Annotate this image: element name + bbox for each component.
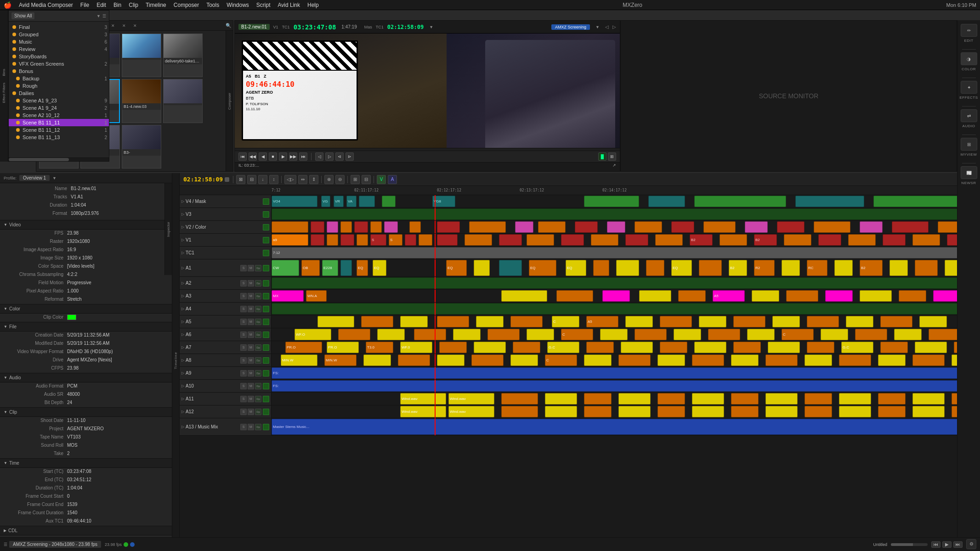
- clip-seg-2-8[interactable]: [437, 221, 460, 233]
- clip-seg-15-2[interactable]: [501, 393, 538, 405]
- bin-item-scene-b1-11_13[interactable]: Scene B1 11_132: [9, 134, 109, 141]
- track-enable-btn-10[interactable]: [263, 332, 269, 338]
- bin-item-review[interactable]: Review4: [9, 45, 109, 53]
- clip-seg-5-3[interactable]: [340, 260, 352, 276]
- clip-seg-5-15[interactable]: [699, 260, 722, 276]
- clip-seg-8-0[interactable]: [272, 303, 961, 315]
- menu-script[interactable]: Script: [256, 2, 271, 8]
- clip-seg-12-2[interactable]: [363, 354, 391, 366]
- clip-seg-14-0[interactable]: FS:: [272, 380, 961, 392]
- clip-seg-11-12[interactable]: [733, 342, 761, 353]
- menu-composer[interactable]: Composer: [174, 2, 199, 8]
- clip-seg-5-1[interactable]: OB: [301, 260, 320, 276]
- clip-seg-11-13[interactable]: [768, 342, 800, 353]
- clip-seg-11-2[interactable]: T3.0: [366, 342, 393, 353]
- clip-seg-11-7[interactable]: G.C: [547, 342, 579, 353]
- status-nav-icon[interactable]: ☰: [4, 542, 7, 547]
- status-play-btn[interactable]: ▶: [942, 541, 952, 548]
- clip-seg-2-12[interactable]: [575, 221, 598, 233]
- clip-seg-3-14[interactable]: [591, 234, 618, 246]
- clip-seg-3-7[interactable]: [405, 234, 416, 246]
- clip-seg-12-0[interactable]: MIN.W: [281, 354, 317, 366]
- clip-seg-11-14[interactable]: [807, 342, 834, 353]
- tl-find-btn[interactable]: ⊟: [362, 175, 371, 184]
- monitor-settings-btn[interactable]: ⊞: [608, 152, 616, 161]
- bin-item-music[interactable]: Music6: [9, 38, 109, 45]
- bin-close-6[interactable]: ✕: [133, 23, 137, 28]
- clip-seg-10-7[interactable]: C: [561, 329, 593, 340]
- track-btn-S-9[interactable]: S: [240, 319, 247, 325]
- track-btn-S-7[interactable]: S: [240, 293, 247, 299]
- track-btn-M-17[interactable]: M: [248, 424, 254, 430]
- menu-edit[interactable]: Edit: [96, 2, 106, 8]
- clip-seg-12-4[interactable]: [437, 354, 465, 366]
- clip-seg-3-2[interactable]: [327, 234, 338, 246]
- bin-item-scene-a2-10_12[interactable]: Scene A2 10_121: [9, 112, 109, 119]
- track-dp-btn-9[interactable]: Dp: [255, 319, 261, 325]
- clip-seg-5-0[interactable]: CW: [272, 260, 299, 276]
- clip-seg-2-1[interactable]: [311, 221, 324, 233]
- clip-seg-3-1[interactable]: [311, 234, 324, 246]
- track-btn-M-11[interactable]: M: [248, 344, 254, 351]
- clip-seg-2-2[interactable]: [327, 221, 338, 233]
- track-btn-S-12[interactable]: S: [240, 357, 247, 364]
- tool-newsr-btn[interactable]: 📰: [961, 166, 977, 179]
- clip-seg-7-5[interactable]: [639, 290, 671, 302]
- clip-seg-2-10[interactable]: [515, 221, 533, 233]
- track-arrow-0[interactable]: ▷: [181, 199, 184, 203]
- track-arrow-13[interactable]: ▷: [181, 371, 184, 375]
- clip-seg-10-3[interactable]: [414, 329, 446, 340]
- bin-item-vfx-green-screens[interactable]: VFX Green Screens2: [9, 60, 109, 67]
- clip-seg-0-11[interactable]: [873, 196, 964, 207]
- inspector-cdl-section[interactable]: ▶ CDL: [0, 526, 172, 535]
- track-enable-btn-13[interactable]: [263, 370, 269, 377]
- menu-windows[interactable]: Windows: [227, 2, 249, 8]
- clip-seg-7-9[interactable]: [786, 290, 818, 302]
- clip-seg-12-13[interactable]: [765, 354, 798, 366]
- bin-item-dailies[interactable]: Dailies: [9, 90, 109, 97]
- clip-seg-16-13[interactable]: [912, 406, 945, 417]
- clip-seg-9-1[interactable]: [361, 316, 393, 327]
- clip-seg-10-1[interactable]: [338, 329, 370, 340]
- track-btn-M-16[interactable]: M: [248, 409, 254, 415]
- clip-seg-12-12[interactable]: [731, 354, 759, 366]
- clip-seg-5-23[interactable]: [915, 260, 938, 276]
- track-enable-btn-8[interactable]: [263, 306, 269, 312]
- track-enable-btn-11[interactable]: [263, 344, 269, 351]
- clip-seg-15-0[interactable]: Wind.wav: [400, 393, 446, 405]
- clip-seg-0-8[interactable]: [648, 196, 685, 207]
- clip-seg-7-1[interactable]: WN.A: [306, 290, 327, 302]
- track-btn-M-15[interactable]: M: [248, 396, 254, 402]
- clip-seg-9-2[interactable]: [400, 316, 428, 327]
- clip-seg-12-16[interactable]: [878, 354, 906, 366]
- bin-item-scene-b1-11_12[interactable]: Scene B1 11_121: [9, 126, 109, 134]
- clip-seg-7-6[interactable]: [678, 290, 706, 302]
- tool-myview-btn[interactable]: ⊞: [961, 138, 977, 151]
- clip-seg-3-9[interactable]: [437, 234, 458, 246]
- tl-overwrite-btn[interactable]: ↓: [258, 175, 267, 184]
- track-enable-btn-3[interactable]: [263, 237, 269, 243]
- track-btn-S-6[interactable]: S: [240, 280, 247, 287]
- bin-item-scene-a1-9_24[interactable]: Scene A1 9_242: [9, 104, 109, 112]
- menu-avidlink[interactable]: Avid Link: [278, 2, 300, 8]
- status-next-btn[interactable]: ⏭: [953, 541, 963, 548]
- clip-seg-2-13[interactable]: [607, 221, 625, 233]
- clip-seg-1-0[interactable]: [272, 208, 961, 220]
- clip-seg-0-3[interactable]: VA: [346, 196, 357, 207]
- clip-seg-2-21[interactable]: [892, 221, 929, 233]
- status-settings-btn[interactable]: ⚙: [966, 539, 976, 549]
- bin-item-scene-a1-9_23[interactable]: Scene A1 9_239: [9, 97, 109, 104]
- clip-seg-0-7[interactable]: [584, 196, 639, 207]
- clip-seg-15-10[interactable]: [804, 393, 832, 405]
- clip-seg-3-22[interactable]: [848, 234, 876, 246]
- bin-search-icon[interactable]: 🔍: [226, 23, 231, 28]
- track-arrow-5[interactable]: ▷: [181, 266, 184, 270]
- clip-seg-9-12[interactable]: [772, 316, 800, 327]
- inspector-clip-section[interactable]: ▼ Clip: [0, 407, 172, 417]
- clip-seg-5-22[interactable]: [889, 260, 908, 276]
- clip-seg-3-6[interactable]: S: [389, 234, 402, 246]
- track-btn-S-13[interactable]: S: [240, 370, 247, 377]
- bins-menu-icon[interactable]: ☰: [102, 14, 106, 18]
- bin-item-final[interactable]: Final3: [9, 23, 109, 31]
- clip-seg-13-0[interactable]: FS:: [272, 367, 961, 379]
